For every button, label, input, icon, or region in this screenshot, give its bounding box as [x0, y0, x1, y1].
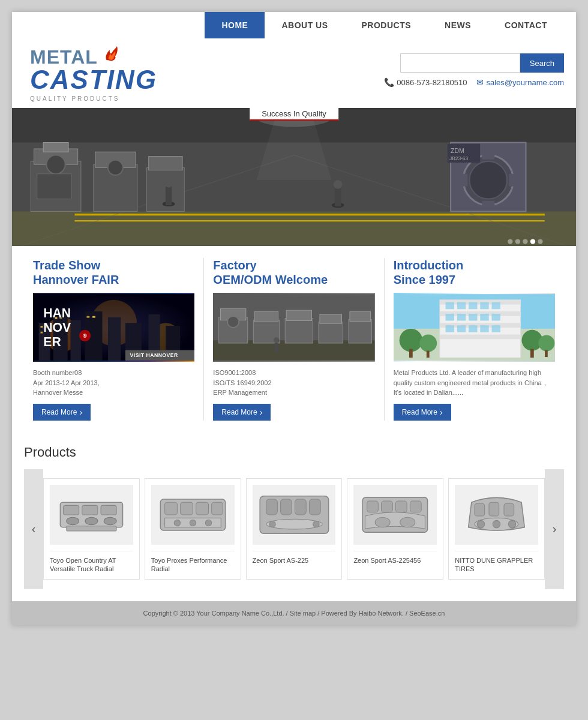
svg-rect-98: [480, 314, 488, 321]
svg-rect-124: [196, 502, 208, 515]
products-grid: Toyo Open Country AT Versatile Truck Rad…: [43, 478, 545, 580]
svg-point-105: [399, 329, 422, 352]
svg-rect-20: [482, 152, 494, 160]
news-image-1: HAN NOV ER ® VISIT HANNOVER: [33, 293, 194, 362]
svg-point-136: [313, 521, 319, 527]
product-name-4: Zeon Sport AS-225456: [353, 551, 437, 565]
svg-rect-103: [480, 325, 488, 332]
products-carousel: ‹: [24, 469, 564, 589]
product-name-2: Toyo Proxes Performance Radial: [151, 551, 235, 574]
read-more-btn-3[interactable]: Read More: [394, 404, 451, 421]
news-card-1: Trade ShowHannover FAIR: [24, 258, 204, 421]
svg-point-14: [108, 160, 123, 175]
product-card-3[interactable]: Zeon Sport AS-225: [246, 478, 343, 580]
nav-contact[interactable]: CONTACT: [488, 12, 564, 38]
svg-rect-75: [286, 319, 313, 343]
email-icon: ✉: [476, 77, 484, 87]
svg-point-135: [269, 521, 275, 527]
search-button[interactable]: Search: [520, 53, 564, 73]
svg-rect-79: [349, 320, 371, 343]
read-more-btn-1[interactable]: Read More: [33, 404, 91, 421]
svg-point-117: [67, 517, 79, 524]
nav-products[interactable]: PRODUCTS: [345, 12, 428, 38]
nav-about[interactable]: ABOUT US: [265, 12, 344, 38]
svg-rect-91: [457, 302, 465, 310]
svg-rect-47: [71, 320, 81, 360]
logo: METAL CASTING QUALITY PRODUCTS: [30, 47, 157, 102]
header-right: Search 📞 0086-573-82180510 ✉ sales@yourn…: [384, 47, 564, 87]
svg-rect-93: [480, 302, 488, 310]
news-image-3: [394, 293, 555, 362]
nav-news[interactable]: NEWS: [428, 12, 488, 38]
svg-rect-16: [149, 157, 182, 170]
svg-rect-2: [12, 211, 576, 246]
svg-rect-146: [504, 503, 514, 516]
main-nav: HOME ABOUT US PRODUCTS NEWS CONTACT: [205, 12, 564, 38]
svg-rect-55: [41, 332, 43, 334]
svg-rect-92: [469, 302, 477, 310]
news-desc-2: ISO9001:2008ISO/TS 16949:2002ERP Managem…: [213, 368, 374, 398]
svg-rect-89: [440, 335, 521, 340]
search-bar: Search: [400, 53, 564, 73]
svg-rect-144: [475, 503, 485, 516]
svg-rect-90: [445, 302, 454, 310]
read-more-btn-2[interactable]: Read More: [213, 404, 271, 421]
product-image-5: [455, 485, 538, 545]
news-title-1: Trade ShowHannover FAIR: [33, 258, 194, 287]
svg-point-81: [274, 337, 280, 343]
svg-point-150: [493, 520, 500, 527]
svg-point-127: [190, 520, 196, 526]
product-card-5[interactable]: NITTO DUNE GRAPPLER TIRES: [448, 478, 545, 580]
logo-tagline: QUALITY PRODUCTS: [30, 95, 157, 102]
svg-point-143: [400, 517, 415, 527]
product-card-1[interactable]: Toyo Open Country AT Versatile Truck Rad…: [43, 478, 140, 580]
svg-rect-100: [445, 325, 454, 332]
news-card-3: IntroductionSince 1997: [385, 258, 564, 421]
contact-email[interactable]: ✉ sales@yourname.com: [476, 77, 564, 87]
svg-point-28: [164, 179, 173, 188]
svg-point-36: [515, 239, 520, 244]
hero-banner: Success In Quality: [12, 108, 576, 246]
svg-rect-99: [491, 314, 500, 321]
svg-rect-96: [457, 314, 465, 321]
svg-rect-141: [410, 501, 422, 512]
svg-rect-112: [545, 350, 548, 357]
product-card-2[interactable]: Toyo Proxes Performance Radial: [145, 478, 241, 580]
svg-rect-114: [64, 505, 79, 515]
svg-point-128: [205, 520, 211, 526]
svg-rect-101: [457, 325, 465, 332]
product-image-2: [151, 485, 235, 545]
products-section: Products ‹: [12, 433, 576, 601]
svg-rect-22: [460, 174, 468, 187]
svg-rect-30: [335, 188, 341, 206]
search-input[interactable]: [400, 53, 520, 73]
banner-image: ZDM JB23-63: [12, 108, 576, 246]
carousel-next-button[interactable]: ›: [545, 469, 564, 589]
svg-rect-133: [309, 499, 320, 515]
svg-rect-77: [319, 322, 343, 343]
svg-point-149: [508, 520, 515, 527]
svg-rect-76: [286, 310, 311, 320]
products-title: Products: [24, 445, 564, 460]
svg-point-37: [523, 239, 527, 244]
svg-rect-116: [101, 505, 116, 515]
svg-rect-49: [108, 317, 121, 361]
svg-rect-139: [382, 501, 393, 512]
svg-rect-131: [280, 499, 292, 515]
product-card-4[interactable]: Zeon Sport AS-225456: [347, 478, 443, 580]
svg-rect-59: [86, 316, 89, 318]
email-address: sales@yourname.com: [486, 78, 564, 87]
logo-metal: METAL: [30, 47, 98, 67]
svg-rect-138: [367, 501, 379, 512]
carousel-prev-button[interactable]: ‹: [24, 469, 43, 589]
news-title-3: IntroductionSince 1997: [394, 258, 555, 287]
news-card-2: FactoryOEM/ODM Welcome: [204, 258, 384, 421]
svg-rect-132: [295, 499, 306, 515]
nav-home[interactable]: HOME: [205, 12, 265, 38]
svg-rect-21: [482, 201, 494, 209]
svg-rect-80: [350, 311, 371, 321]
svg-text:®: ®: [83, 332, 87, 339]
product-image-3: [253, 485, 336, 545]
news-desc-1: Booth number08Apr 2013-12 Apr 2013,Hanno…: [33, 368, 194, 398]
svg-point-119: [104, 517, 116, 524]
